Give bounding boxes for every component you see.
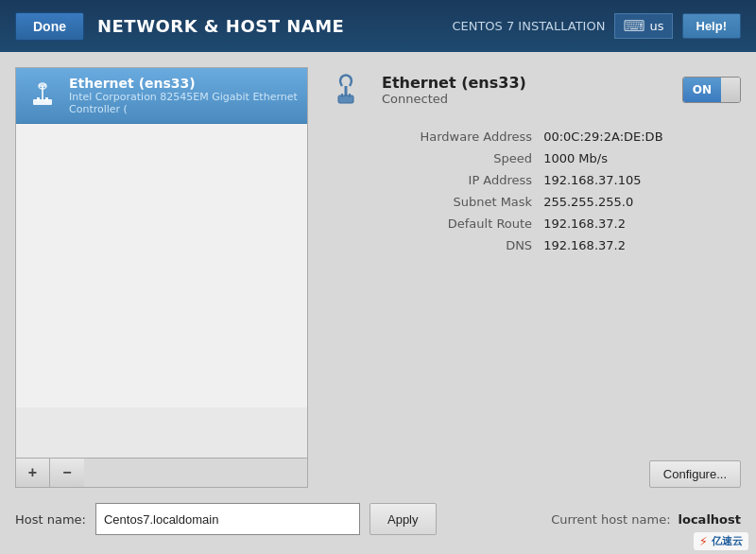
hostname-label: Host name: bbox=[15, 512, 86, 527]
header-right: CENTOS 7 INSTALLATION ⌨ us Help! bbox=[452, 13, 741, 39]
ip-address-label: IP Address bbox=[342, 171, 532, 189]
device-detail-name: Ethernet (ens33) bbox=[382, 74, 669, 92]
watermark-text: 亿速云 bbox=[712, 534, 743, 548]
configure-button[interactable]: Configure... bbox=[649, 460, 741, 488]
svg-rect-0 bbox=[33, 99, 52, 105]
current-host-value: localhost bbox=[679, 512, 741, 527]
keyboard-lang: us bbox=[649, 19, 663, 33]
keyboard-widget[interactable]: ⌨ us bbox=[614, 13, 672, 39]
dns-value: 192.168.37.2 bbox=[543, 236, 741, 254]
default-route-label: Default Route bbox=[342, 215, 532, 233]
dns-label: DNS bbox=[342, 236, 532, 254]
device-detail-top: Ethernet (ens33) Connected ON Hardware A… bbox=[323, 67, 741, 254]
content-area: Ethernet (ens33) Intel Corporation 82545… bbox=[15, 67, 741, 488]
hw-address-label: Hardware Address bbox=[342, 128, 532, 146]
svg-rect-9 bbox=[349, 94, 351, 97]
current-host-label: Current host name: bbox=[551, 512, 670, 527]
detail-table: Hardware Address 00:0C:29:2A:DE:DB Speed… bbox=[342, 128, 741, 254]
default-route-value: 192.168.37.2 bbox=[543, 215, 741, 233]
device-list-empty bbox=[16, 124, 307, 407]
ethernet-detail-icon bbox=[323, 67, 369, 113]
device-list-panel: Ethernet (ens33) Intel Corporation 82545… bbox=[15, 67, 308, 488]
device-detail-panel: Ethernet (ens33) Connected ON Hardware A… bbox=[323, 67, 741, 488]
svg-rect-1 bbox=[37, 97, 40, 101]
svg-rect-8 bbox=[341, 94, 343, 97]
hw-address-value: 00:0C:29:2A:DE:DB bbox=[543, 128, 741, 146]
speed-value: 1000 Mb/s bbox=[543, 149, 741, 167]
svg-rect-7 bbox=[338, 95, 353, 103]
add-device-button[interactable]: + bbox=[16, 459, 50, 487]
device-list-buttons: + − bbox=[15, 459, 308, 488]
header: Done NETWORK & HOST NAME CENTOS 7 INSTAL… bbox=[0, 0, 756, 52]
hostname-area: Host name: Apply Current host name: loca… bbox=[15, 499, 741, 539]
svg-rect-5 bbox=[39, 84, 46, 87]
remove-device-button[interactable]: − bbox=[50, 459, 84, 487]
watermark: ⚡ 亿速云 bbox=[694, 532, 748, 550]
device-detail-title: Ethernet (ens33) Connected bbox=[382, 74, 669, 106]
device-detail-status: Connected bbox=[382, 92, 669, 106]
hostname-input[interactable] bbox=[95, 503, 360, 535]
keyboard-icon: ⌨ bbox=[623, 17, 644, 35]
toggle-off bbox=[721, 78, 740, 102]
toggle-on: ON bbox=[683, 78, 721, 102]
svg-rect-3 bbox=[42, 86, 43, 99]
device-detail-bottom: Configure... bbox=[323, 460, 741, 488]
ethernet-list-icon bbox=[26, 78, 60, 113]
device-list-item[interactable]: Ethernet (ens33) Intel Corporation 82545… bbox=[16, 68, 307, 124]
device-list: Ethernet (ens33) Intel Corporation 82545… bbox=[15, 67, 308, 459]
speed-label: Speed bbox=[342, 149, 532, 167]
installation-label: CENTOS 7 INSTALLATION bbox=[452, 19, 605, 33]
apply-button[interactable]: Apply bbox=[369, 503, 437, 535]
svg-rect-2 bbox=[45, 97, 48, 101]
device-item-name: Ethernet (ens33) bbox=[69, 76, 298, 91]
toggle-switch[interactable]: ON bbox=[682, 77, 741, 103]
done-button[interactable]: Done bbox=[15, 12, 84, 41]
page-title: NETWORK & HOST NAME bbox=[97, 16, 344, 36]
subnet-mask-label: Subnet Mask bbox=[342, 193, 532, 211]
help-button[interactable]: Help! bbox=[682, 13, 742, 39]
main-content: Ethernet (ens33) Intel Corporation 82545… bbox=[0, 52, 756, 554]
current-host-area: Current host name: localhost bbox=[551, 512, 741, 527]
device-item-desc: Intel Corporation 82545EM Gigabit Ethern… bbox=[69, 91, 298, 115]
watermark-logo: ⚡ bbox=[699, 534, 708, 548]
ip-address-value: 192.168.37.105 bbox=[543, 171, 741, 189]
subnet-mask-value: 255.255.255.0 bbox=[543, 193, 741, 211]
device-detail-header: Ethernet (ens33) Connected ON bbox=[323, 67, 741, 113]
device-info: Ethernet (ens33) Intel Corporation 82545… bbox=[69, 76, 298, 115]
